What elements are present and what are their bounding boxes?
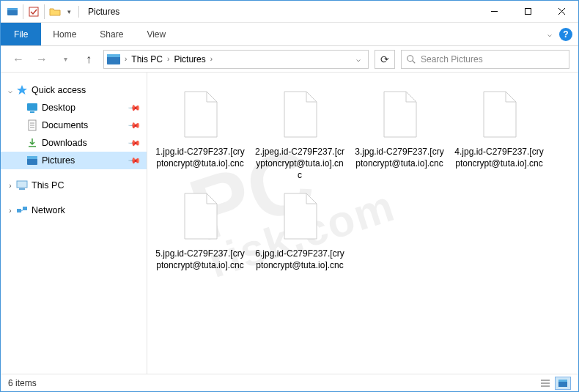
svg-rect-23 — [17, 209, 21, 212]
explorer-window: ▾ Pictures File Home Share View ⌵ ? ← → … — [0, 0, 579, 392]
svg-rect-2 — [29, 7, 38, 16]
title-divider — [78, 6, 79, 18]
sidebar-item-label: Network — [32, 205, 65, 215]
body: ⌵ Quick access Desktop 📌 Documents 📌 Dow… — [1, 73, 578, 374]
sidebar-item-documents[interactable]: Documents 📌 — [1, 117, 147, 134]
forward-button[interactable]: → — [33, 51, 51, 68]
file-icon — [172, 188, 229, 245]
file-name: 1.jpg.id-C279F237.[cryptoncrypt@tuta.io]… — [155, 146, 246, 169]
file-icon — [471, 86, 528, 143]
file-icon — [371, 86, 428, 143]
svg-rect-1 — [7, 8, 18, 10]
file-name: 3.jpg.id-C279F237.[cryptoncrypt@tuta.io]… — [354, 146, 445, 169]
sidebar-network[interactable]: › Network — [1, 201, 147, 219]
svg-marker-11 — [17, 85, 27, 95]
sidebar-item-label: Quick access — [32, 85, 86, 95]
maximize-button[interactable] — [511, 1, 545, 23]
sidebar-item-label: Pictures — [42, 155, 75, 166]
window-title: Pictures — [88, 7, 119, 17]
tab-home[interactable]: Home — [41, 23, 88, 45]
file-name: 5.jpg.id-C279F237.[cryptoncrypt@tuta.io]… — [155, 248, 246, 271]
chevron-right-icon[interactable]: › — [5, 207, 15, 215]
status-text: 6 items — [8, 378, 37, 388]
icons-view-button[interactable] — [555, 377, 571, 390]
ribbon-right: ⌵ ? — [547, 23, 578, 45]
svg-rect-22 — [19, 188, 25, 190]
address-dropdown-icon[interactable]: ⌵ — [352, 55, 365, 63]
file-item[interactable]: 4.jpg.id-C279F237.[cryptoncrypt@tuta.io]… — [452, 84, 546, 183]
network-icon — [15, 205, 29, 215]
minimize-button[interactable] — [477, 1, 511, 23]
expand-ribbon-icon[interactable]: ⌵ — [547, 30, 552, 38]
back-button[interactable]: ← — [10, 51, 27, 68]
file-pane[interactable]: 1.jpg.id-C279F237.[cryptoncrypt@tuta.io]… — [147, 73, 578, 374]
file-name: 4.jpg.id-C279F237.[cryptoncrypt@tuta.io]… — [454, 146, 545, 169]
svg-point-9 — [407, 55, 413, 61]
navbar: ← → ▾ ↑ › This PC › Pictures › ⌵ ⟳ Searc… — [1, 46, 578, 73]
address-bar[interactable]: › This PC › Pictures › ⌵ — [103, 50, 369, 69]
chevron-right-icon[interactable]: › — [123, 55, 128, 63]
sidebar-quick-access[interactable]: ⌵ Quick access — [1, 81, 147, 99]
qat-separator — [44, 4, 45, 19]
search-icon — [406, 54, 416, 64]
pin-icon: 📌 — [127, 100, 141, 114]
sidebar-item-label: Desktop — [42, 103, 75, 113]
pin-icon: 📌 — [127, 136, 141, 149]
sidebar-item-label: Downloads — [42, 138, 87, 148]
qat-dropdown-icon[interactable]: ▾ — [64, 4, 74, 20]
ribbon: File Home Share View ⌵ ? — [1, 23, 578, 46]
help-icon[interactable]: ? — [559, 28, 572, 41]
file-item[interactable]: 6.jpg.id-C279F237.[cryptoncrypt@tuta.io]… — [253, 186, 347, 273]
details-view-button[interactable] — [537, 377, 553, 390]
refresh-button[interactable]: ⟳ — [375, 50, 395, 69]
up-button[interactable]: ↑ — [80, 51, 97, 68]
status-bar: 6 items — [1, 374, 578, 391]
sidebar-item-downloads[interactable]: Downloads 📌 — [1, 134, 147, 152]
sidebar: ⌵ Quick access Desktop 📌 Documents 📌 Dow… — [1, 73, 147, 374]
pin-icon: 📌 — [127, 118, 141, 132]
svg-line-10 — [413, 60, 416, 63]
sidebar-item-pictures[interactable]: Pictures 📌 — [1, 152, 147, 169]
location-icon — [107, 54, 120, 64]
sidebar-this-pc[interactable]: › This PC — [1, 177, 147, 194]
pin-icon: 📌 — [127, 153, 141, 167]
svg-rect-4 — [525, 9, 531, 15]
file-name: 6.jpg.id-C279F237.[cryptoncrypt@tuta.io]… — [254, 248, 345, 271]
pictures-icon — [26, 155, 39, 166]
file-tab[interactable]: File — [1, 23, 41, 45]
crumb-pictures[interactable]: Pictures — [171, 54, 208, 64]
file-item[interactable]: 1.jpg.id-C279F237.[cryptoncrypt@tuta.io]… — [153, 84, 247, 183]
folder-icon[interactable] — [46, 4, 64, 20]
sidebar-item-label: This PC — [32, 180, 64, 191]
chevron-down-icon[interactable]: ⌵ — [5, 86, 15, 95]
chevron-right-icon[interactable]: › — [209, 55, 214, 63]
document-icon — [26, 119, 39, 131]
qat-separator — [23, 4, 23, 19]
tab-share[interactable]: Share — [88, 23, 135, 45]
svg-rect-21 — [17, 181, 27, 188]
tab-view[interactable]: View — [135, 23, 177, 45]
desktop-icon — [26, 103, 39, 113]
view-switcher — [537, 377, 571, 390]
file-icon — [271, 188, 328, 245]
chevron-right-icon[interactable]: › — [5, 182, 15, 190]
sidebar-item-desktop[interactable]: Desktop 📌 — [1, 99, 147, 117]
svg-rect-8 — [107, 54, 120, 57]
file-item[interactable]: 5.jpg.id-C279F237.[cryptoncrypt@tuta.io]… — [153, 186, 247, 273]
app-icon[interactable] — [4, 4, 21, 20]
crumb-this-pc[interactable]: This PC — [128, 54, 166, 64]
chevron-right-icon[interactable]: › — [166, 55, 171, 63]
search-input[interactable]: Search Pictures — [401, 50, 569, 69]
file-icon — [172, 86, 229, 143]
quick-access-toolbar: ▾ — [1, 4, 74, 20]
file-item[interactable]: 2.jpeg.id-C279F237.[cryptoncrypt@tuta.io… — [253, 84, 347, 183]
properties-icon[interactable] — [25, 4, 43, 20]
download-icon — [26, 137, 39, 149]
computer-icon — [15, 180, 29, 191]
close-button[interactable] — [545, 1, 578, 23]
sidebar-item-label: Documents — [42, 120, 88, 130]
file-item[interactable]: 3.jpg.id-C279F237.[cryptoncrypt@tuta.io]… — [353, 84, 446, 183]
items-container: 1.jpg.id-C279F237.[cryptoncrypt@tuta.io]… — [153, 84, 572, 273]
svg-rect-13 — [30, 111, 34, 113]
recent-dropdown-icon[interactable]: ▾ — [56, 51, 74, 68]
